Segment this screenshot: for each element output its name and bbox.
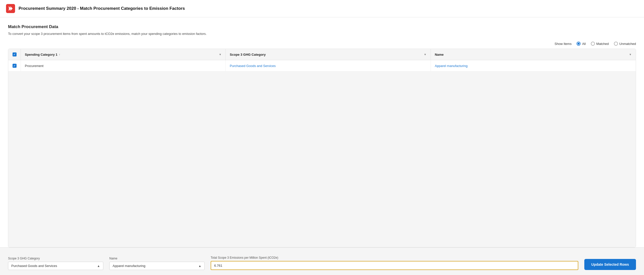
table-row: Procurement Purchased Goods and Services… bbox=[8, 60, 636, 72]
filter-unmatched-option[interactable]: Unmatched bbox=[614, 42, 636, 46]
row-name: Apparel manufacturing bbox=[431, 60, 636, 71]
sort-asc-icon: ↑ bbox=[59, 53, 60, 56]
scope3-ghg-chevron-icon[interactable]: ▼ bbox=[424, 53, 427, 56]
filter-matched-option[interactable]: Matched bbox=[591, 42, 609, 46]
filter-all-label: All bbox=[582, 42, 586, 46]
scope3-ghg-header-text: Scope 3 GHG Category bbox=[230, 53, 266, 56]
filter-all-radio[interactable] bbox=[577, 42, 581, 46]
scope3-ghg-select[interactable]: Purchased Goods and Services ▲ bbox=[8, 262, 103, 270]
row-checkbox[interactable] bbox=[13, 64, 17, 68]
row-name-link[interactable]: Apparel manufacturing bbox=[435, 64, 468, 68]
filter-unmatched-label: Unmatched bbox=[619, 42, 636, 46]
scope3-ghg-select-value: Purchased Goods and Services bbox=[11, 264, 57, 268]
section-description: To convert your scope 3 procurement item… bbox=[8, 32, 636, 36]
emissions-field-label: Total Scope 3 Emissions per Million Spen… bbox=[211, 256, 578, 259]
name-field: Name Apparel manufacturing ▲ bbox=[109, 257, 205, 270]
name-select-value: Apparel manufacturing bbox=[113, 264, 145, 268]
spending-category-header-text: Spending Category 1 bbox=[25, 53, 57, 56]
emissions-field: Total Scope 3 Emissions per Million Spen… bbox=[211, 256, 578, 270]
main-content: Match Procurement Data To convert your s… bbox=[0, 17, 644, 247]
row-spending-category: Procurement bbox=[21, 60, 226, 71]
row-scope3-ghg-link[interactable]: Purchased Goods and Services bbox=[230, 64, 276, 68]
header-checkbox-cell[interactable] bbox=[8, 49, 21, 60]
app-header: Procurement Summary 2020 - Match Procure… bbox=[0, 0, 644, 17]
row-scope3-ghg: Purchased Goods and Services bbox=[226, 60, 431, 71]
table-header: Spending Category 1 ↑ ▼ Scope 3 GHG Cate… bbox=[8, 49, 636, 60]
filter-unmatched-radio[interactable] bbox=[614, 42, 618, 46]
row-checkbox-cell[interactable] bbox=[8, 60, 21, 71]
name-field-label: Name bbox=[109, 257, 205, 260]
emissions-input-wrapper bbox=[211, 261, 578, 270]
name-select-arrow-icon: ▲ bbox=[198, 264, 201, 268]
scope3-ghg-header[interactable]: Scope 3 GHG Category ▼ bbox=[226, 49, 431, 60]
section-title: Match Procurement Data bbox=[8, 24, 636, 29]
app-logo bbox=[6, 4, 15, 13]
scope3-ghg-field: Scope 3 GHG Category Purchased Goods and… bbox=[8, 257, 103, 270]
scope3-ghg-select-arrow-icon: ▲ bbox=[97, 264, 100, 268]
name-header-text: Name bbox=[435, 53, 444, 56]
update-selected-rows-button[interactable]: Update Selected Rows bbox=[584, 259, 636, 270]
filter-matched-radio[interactable] bbox=[591, 42, 595, 46]
page-title: Procurement Summary 2020 - Match Procure… bbox=[19, 6, 185, 11]
show-items-label: Show Items bbox=[554, 42, 572, 46]
bottom-bar: Scope 3 GHG Category Purchased Goods and… bbox=[0, 247, 644, 275]
spending-category-header[interactable]: Spending Category 1 ↑ ▼ bbox=[21, 49, 226, 60]
name-chevron-icon[interactable]: ▼ bbox=[629, 53, 632, 56]
spending-chevron-icon[interactable]: ▼ bbox=[219, 53, 221, 56]
filter-matched-label: Matched bbox=[596, 42, 609, 46]
show-items-row: Show Items All Matched Unmatched bbox=[8, 42, 636, 46]
filter-radio-group: All Matched Unmatched bbox=[577, 42, 636, 46]
scope3-ghg-field-label: Scope 3 GHG Category bbox=[8, 257, 103, 260]
data-table: Spending Category 1 ↑ ▼ Scope 3 GHG Cate… bbox=[8, 49, 636, 247]
select-all-checkbox[interactable] bbox=[13, 52, 17, 56]
name-header[interactable]: Name ▼ bbox=[431, 49, 636, 60]
name-select[interactable]: Apparel manufacturing ▲ bbox=[109, 262, 205, 270]
emissions-input[interactable] bbox=[214, 264, 575, 267]
filter-all-option[interactable]: All bbox=[577, 42, 586, 46]
